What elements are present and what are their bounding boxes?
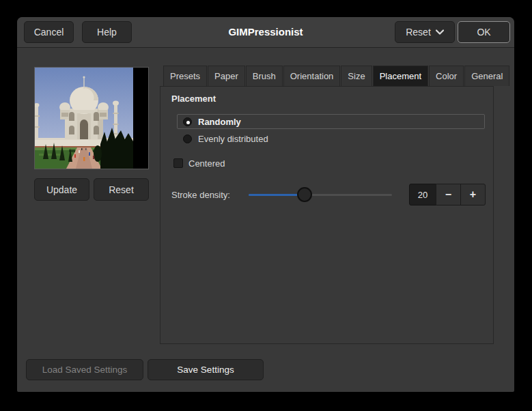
tab-size[interactable]: Size: [341, 66, 372, 86]
header-bar: Cancel Help GIMPressionist Reset OK: [17, 17, 514, 48]
load-saved-settings-button[interactable]: Load Saved Settings: [26, 359, 143, 380]
stroke-density-slider-fill: [249, 194, 305, 196]
reset-dropdown-label: Reset: [406, 27, 431, 38]
radio-selected-icon: [183, 117, 192, 126]
stroke-density-label: Stroke density:: [171, 190, 230, 200]
placement-heading: Placement: [171, 94, 216, 104]
centered-label: Centered: [188, 158, 225, 169]
gimpressionist-dialog: Cancel Help GIMPressionist Reset OK: [17, 17, 514, 392]
tab-placement[interactable]: Placement: [373, 66, 428, 86]
preview-image: [34, 67, 149, 169]
checkbox-icon: [173, 158, 183, 168]
settings-notebook: Presets Paper Brush Orientation Size Pla…: [160, 66, 494, 344]
tab-brush[interactable]: Brush: [246, 66, 283, 86]
stroke-density-slider-handle[interactable]: [297, 187, 312, 202]
tab-bar: Presets Paper Brush Orientation Size Pla…: [160, 66, 494, 86]
stroke-density-value-field[interactable]: 20: [409, 184, 436, 206]
tab-paper[interactable]: Paper: [208, 66, 245, 86]
radio-randomly[interactable]: Randomly: [177, 114, 485, 129]
ok-button[interactable]: OK: [458, 21, 510, 43]
reset-dropdown-button[interactable]: Reset: [395, 21, 455, 43]
radio-evenly-distributed[interactable]: Evenly distributed: [177, 132, 268, 146]
tab-general[interactable]: General: [464, 66, 509, 86]
stroke-density-slider[interactable]: [249, 187, 392, 202]
chevron-down-icon: [436, 29, 444, 35]
increment-button[interactable]: +: [460, 184, 486, 206]
decrement-button[interactable]: −: [436, 184, 461, 206]
save-settings-button[interactable]: Save Settings: [148, 359, 264, 380]
stroke-density-spinner: 20 − +: [409, 184, 486, 206]
centered-checkbox-row[interactable]: Centered: [173, 158, 225, 169]
tab-orientation[interactable]: Orientation: [283, 66, 341, 86]
tab-color[interactable]: Color: [429, 66, 464, 86]
update-button[interactable]: Update: [34, 178, 89, 201]
preview-reset-button[interactable]: Reset: [94, 178, 149, 201]
placement-panel: Placement Randomly Evenly distributed Ce…: [160, 86, 494, 344]
taj-mahal-photo: [35, 68, 148, 169]
radio-evenly-label: Evenly distributed: [198, 134, 268, 144]
tab-presets[interactable]: Presets: [163, 66, 207, 86]
radio-randomly-label: Randomly: [198, 117, 241, 127]
radio-unselected-icon: [183, 134, 192, 143]
